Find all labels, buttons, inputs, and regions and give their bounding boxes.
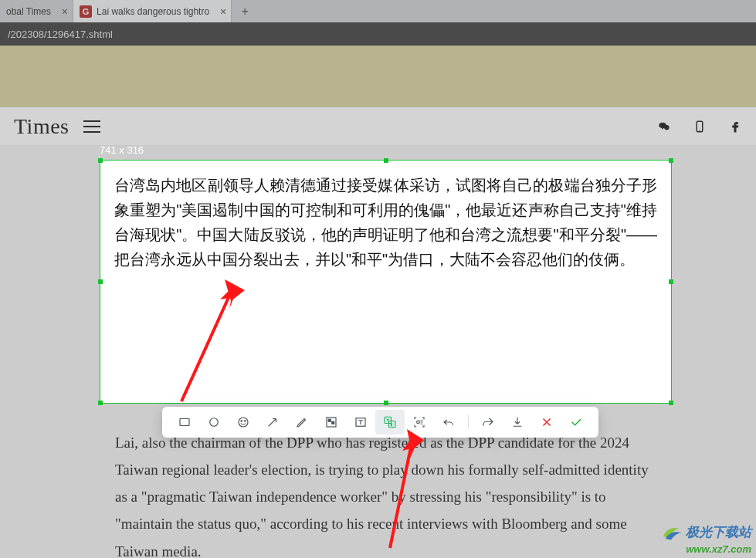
wechat-icon[interactable] [657,120,671,134]
save-button[interactable] [503,410,532,435]
emoji-tool-button[interactable] [229,410,258,435]
tab-lai-walks[interactable]: G Lai walks dangerous tightro × [73,0,232,22]
share-button[interactable] [473,410,503,435]
resize-handle[interactable] [669,279,673,284]
rectangle-tool-button[interactable] [170,410,199,435]
browser-tabstrip: obal Times × G Lai walks dangerous tight… [0,0,756,22]
svg-line-3 [181,286,234,401]
svg-rect-9 [180,419,189,426]
tab-label: obal Times [6,6,51,17]
watermark-brand: 极光下载站 [686,523,751,541]
resize-handle[interactable] [669,401,673,405]
svg-point-12 [241,421,242,422]
facebook-icon[interactable] [728,120,742,134]
toolbar-separator [468,415,469,429]
resize-handle[interactable] [98,401,103,405]
pen-tool-button[interactable] [287,410,317,435]
text-tool-button[interactable] [346,410,375,435]
url-bar[interactable]: /202308/1296417.shtml [0,22,756,46]
close-icon[interactable]: × [220,5,226,18]
mobile-icon[interactable] [693,120,707,134]
masthead: Times [14,114,69,139]
svg-line-6 [390,436,413,548]
page-content: Times [0,46,756,146]
confirm-button[interactable] [561,410,591,435]
page-banner [0,46,756,107]
svg-point-20 [417,421,420,424]
resize-handle[interactable] [98,158,103,163]
annotation-arrow [174,270,328,409]
watermark-url: www.xz7.com [659,543,751,555]
svg-point-11 [239,418,248,427]
svg-point-0 [664,124,669,129]
annotation-arrow [375,424,444,556]
close-icon[interactable]: × [62,5,68,18]
site-header: Times [0,107,756,146]
url-text: /202308/1296417.shtml [8,29,113,40]
svg-point-13 [245,421,246,422]
circle-tool-button[interactable] [199,410,229,435]
tab-global-times[interactable]: obal Times × [0,0,73,22]
cancel-button[interactable] [532,410,561,435]
resize-handle[interactable] [384,158,388,163]
menu-icon[interactable] [83,120,100,133]
header-social-icons [657,120,742,134]
resize-handle[interactable] [98,279,103,284]
tab-label: Lai walks dangerous tightro [97,6,209,17]
svg-rect-16 [332,421,334,424]
mosaic-tool-button[interactable] [317,410,346,435]
resize-handle[interactable] [669,158,673,163]
watermark-logo-icon [659,520,683,543]
capture-translated-text: 台湾岛内地区副领导人赖清德通过接受媒体采访，试图将自己的极端台独分子形象重塑为"… [100,161,671,284]
svg-point-2 [699,129,700,130]
capture-dimensions-label: 741 x 316 [100,144,144,156]
arrow-tool-button[interactable] [258,410,287,435]
resize-handle[interactable] [384,401,388,405]
svg-rect-15 [328,419,331,421]
favicon-icon: G [80,5,92,18]
svg-point-10 [210,418,219,427]
new-tab-button[interactable]: + [232,0,258,22]
watermark: 极光下载站 www.xz7.com [659,520,751,555]
